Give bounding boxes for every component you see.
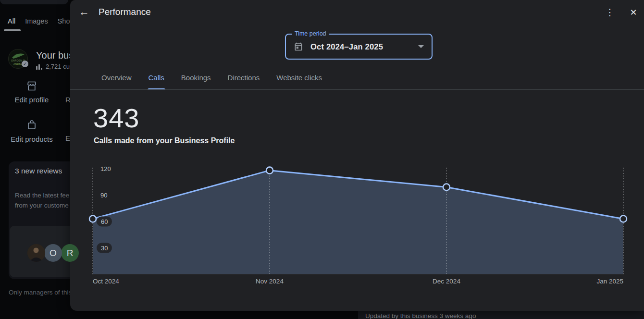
search-tab-images[interactable]: Images: [25, 17, 48, 25]
clipped-shortcut-label-2: E: [65, 134, 70, 142]
performance-dialog: ← Performance ⋮ ✕ Time period Oct 2024–J…: [70, 0, 644, 311]
reviewer-avatar-photo: [27, 244, 45, 262]
tab-calls[interactable]: Calls: [148, 72, 165, 90]
x-label-dec: Dec 2024: [415, 278, 478, 285]
updated-note-card: Updated by this business 3 weeks ago: [358, 310, 644, 319]
reviewer-avatar-initial-o: O: [44, 244, 62, 262]
y-tick-90: 90: [100, 192, 107, 199]
y-tick-30: 30: [97, 243, 112, 253]
person-photo: [27, 244, 45, 262]
x-label-jan: Jan 2025: [561, 278, 623, 285]
search-result-tabs: All Images Sho: [8, 17, 70, 25]
data-point-nov-2024[interactable]: [266, 167, 273, 174]
x-label-oct: Oct 2024: [93, 278, 155, 285]
time-period-label: Time period: [292, 30, 329, 37]
business-stats[interactable]: 2,721 cust: [36, 63, 74, 70]
updated-note-text: Updated by this business 3 weeks ago: [365, 312, 476, 319]
time-period-value: Oct 2024–Jan 2025: [310, 42, 383, 51]
time-period-select[interactable]: Time period Oct 2024–Jan 2025: [285, 34, 433, 60]
calendar-icon: [294, 42, 303, 51]
reviews-card-title: 3 new reviews: [15, 167, 62, 175]
reviews-body-line2: from your custome: [15, 200, 69, 210]
search-tab-shopping[interactable]: Sho: [58, 17, 70, 25]
search-tab-all[interactable]: All: [8, 17, 15, 25]
tab-bookings[interactable]: Bookings: [180, 72, 212, 90]
edit-profile-label: Edit profile: [15, 96, 49, 104]
storefront-icon: [25, 81, 38, 91]
business-name: Your bus: [36, 50, 74, 61]
edit-products-label: Edit products: [11, 135, 53, 143]
reviews-card-body: Read the latest fee from your custome: [15, 190, 69, 210]
calls-chart: 120 90 60 30 Oct 2024 Nov 2024 Dec 2024 …: [93, 166, 623, 285]
y-tick-120: 120: [100, 165, 111, 172]
data-point-jan-2025[interactable]: [620, 216, 627, 222]
back-button[interactable]: ←: [77, 5, 91, 19]
more-menu-button[interactable]: ⋮: [603, 5, 617, 20]
reviews-body-line1: Read the latest fee: [15, 190, 69, 200]
chevron-down-icon: [418, 45, 424, 48]
tab-directions[interactable]: Directions: [227, 72, 261, 90]
shopping-bag-icon: [26, 119, 37, 131]
chart-plot: [93, 166, 623, 274]
search-bar-remnant: [0, 0, 68, 4]
area-fill: [93, 171, 623, 274]
data-point-dec-2024[interactable]: [443, 184, 450, 191]
dialog-title: Performance: [99, 7, 151, 17]
tab-website-clicks[interactable]: Website clicks: [275, 72, 323, 90]
edit-products-button[interactable]: Edit products: [0, 119, 63, 143]
y-tick-60: 60: [97, 217, 112, 227]
close-button[interactable]: ✕: [627, 5, 640, 20]
metric-total: 343: [93, 102, 139, 134]
data-point-oct-2024[interactable]: [89, 216, 96, 222]
managers-footnote: Only managers of this pr: [9, 289, 79, 296]
tabs-divider: [70, 89, 644, 90]
verified-badge-icon: ✓: [22, 61, 28, 67]
page: All Images Sho GARDEN O ANDSC ✓ Your bus…: [0, 0, 644, 319]
x-label-nov: Nov 2024: [238, 278, 301, 285]
bar-chart-icon: [36, 63, 43, 70]
reviewer-avatar-initial-r: R: [61, 244, 79, 262]
metric-description: Calls made from your Business Profile: [94, 136, 235, 145]
metric-tabs: Overview Calls Bookings Directions Websi…: [100, 72, 323, 90]
active-tab-underline: [4, 29, 21, 31]
tab-overview[interactable]: Overview: [100, 72, 133, 90]
edit-profile-button[interactable]: Edit profile: [0, 81, 63, 104]
